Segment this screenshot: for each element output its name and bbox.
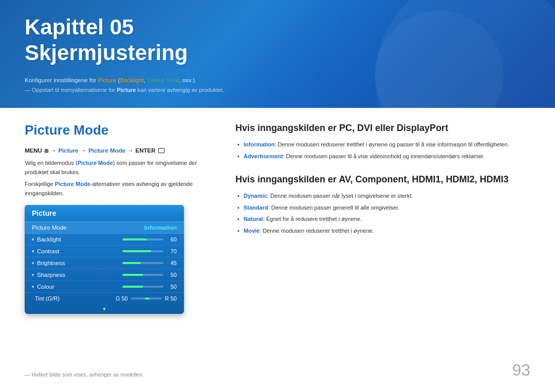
picture-menu-title: Picture	[32, 209, 56, 217]
term-standard: Standard	[244, 204, 268, 211]
backlight-row: Backlight 60	[25, 234, 184, 246]
right-column: Hvis inngangskilden er PC, DVI eller Dis…	[235, 122, 530, 314]
list-item: Natural: Egnet for å redusere tretthet i…	[236, 215, 530, 224]
contrast-label: Contrast	[32, 248, 59, 254]
brightness-label: Brightness	[32, 260, 65, 266]
brightness-value: 45	[168, 260, 177, 266]
description-1: Velg en bildemodus (Picture Mode) som pa…	[25, 159, 215, 177]
term-advertisement: Advertisement	[244, 153, 283, 159]
tint-row: Tint (G/R) G 50 R 50	[25, 293, 184, 304]
contrast-fill	[122, 250, 151, 252]
tint-bar	[131, 297, 162, 300]
brightness-bar	[122, 262, 163, 264]
term-dynamic-text: : Denne modusen passer når lyset i omgiv…	[267, 193, 413, 199]
backlight-fill	[122, 238, 147, 240]
contrast-value: 70	[168, 248, 177, 254]
menu-enter: ENTER	[136, 147, 156, 154]
sharpness-row: Sharpness 50	[25, 269, 184, 281]
chapter-number: Kapittel 05	[25, 15, 134, 39]
contrast-row: Contrast 70	[25, 246, 184, 257]
contrast-bar	[122, 250, 163, 252]
list-item: Information: Denne modusen reduserer tre…	[236, 140, 530, 150]
page-header: Kapittel 05 Skjermjustering Konfigurer i…	[0, 0, 555, 108]
backlight-value: 60	[168, 236, 177, 242]
menu-picture-mode: Picture Mode	[88, 147, 125, 154]
row-label: Picture Mode	[32, 225, 67, 231]
term-dynamic: Dynamic	[244, 193, 267, 199]
menu-icon: ⊞	[44, 148, 48, 154]
menu-keyword: MENU	[25, 147, 42, 154]
tint-r-value: R 50	[165, 295, 177, 302]
term-advert-text: : Denne modusen passer til å vise videoi…	[283, 153, 485, 159]
term-info-text: : Denne modusen reduserer tretthet i øyn…	[275, 141, 510, 147]
list-item: Dynamic: Denne modusen passer når lyset …	[236, 192, 530, 201]
section-title: Picture Mode	[25, 122, 215, 138]
footer-note: ― Hvilket bilde som vises, avhenger av m…	[25, 371, 144, 378]
main-content: Picture Mode MENU ⊞ → Picture → Picture …	[0, 108, 555, 328]
picture-menu: Picture Picture Mode Information Backlig…	[25, 205, 184, 314]
sharpness-value: 50	[168, 272, 177, 278]
term-natural: Natural	[244, 216, 263, 222]
subsection-title-2: Hvis inngangskilden er AV, Component, HD…	[235, 174, 530, 185]
header-subtitle: Konfigurer innstillingene for Picture (B…	[25, 76, 530, 85]
arrow: →	[50, 147, 57, 154]
page-number: 93	[512, 361, 530, 380]
backlight-label: Backlight	[32, 236, 61, 242]
term-information: Information	[244, 141, 275, 147]
colour-value: 50	[168, 284, 177, 290]
contrast-right: 70	[122, 248, 177, 254]
dot-icon	[32, 238, 34, 240]
tint-g-value: G 50	[116, 295, 128, 302]
backlight-right: 60	[122, 236, 177, 242]
term-standard-text: : Denne modusen passer generelt til alle…	[268, 204, 400, 211]
menu-picture: Picture	[58, 147, 78, 154]
dot-icon	[32, 286, 34, 288]
brightness-right: 45	[122, 260, 177, 266]
bullet-list-2: Dynamic: Denne modusen passer når lyset …	[235, 192, 530, 235]
tint-bar-fill	[145, 297, 150, 300]
description-2: Forskjellige Picture Mode-alternativer v…	[25, 180, 215, 198]
brightness-row: Brightness 45	[25, 257, 184, 269]
colour-row: Colour 50	[25, 281, 184, 293]
mode-value: Information	[144, 225, 177, 231]
backlight-bar	[122, 238, 163, 240]
colour-fill	[122, 286, 143, 288]
chapter-name: Skjermjustering	[25, 41, 188, 65]
sharpness-fill	[122, 274, 143, 276]
tint-right: G 50 R 50	[116, 295, 177, 302]
sharpness-bar	[122, 274, 163, 276]
term-movie-text: : Denne modusen reduserer tretthet i øyn…	[260, 228, 374, 234]
picture-mode-row: Picture Mode Information	[25, 222, 184, 234]
colour-right: 50	[122, 284, 177, 290]
brightness-fill	[122, 262, 141, 264]
header-note: ― Oppstart til menyalternativene for Pic…	[25, 87, 530, 93]
colour-label: Colour	[32, 284, 54, 290]
subsection-title-1: Hvis inngangskilden er PC, DVI eller Dis…	[235, 122, 530, 134]
menu-chevron: ▼	[25, 304, 184, 314]
tint-label: Tint (G/R)	[32, 295, 60, 302]
dot-icon	[32, 274, 34, 276]
dot-icon	[32, 250, 34, 252]
term-movie: Movie	[244, 228, 260, 234]
term-natural-text: : Egnet for å redusere tretthet i øynene…	[263, 216, 362, 222]
list-item: Movie: Denne modusen reduserer tretthet …	[236, 227, 530, 236]
list-item: Standard: Denne modusen passer generelt …	[236, 203, 530, 213]
colour-bar	[122, 286, 163, 288]
picture-menu-header: Picture	[25, 205, 184, 222]
sharpness-label: Sharpness	[32, 272, 65, 278]
dot-icon	[32, 262, 34, 264]
left-column: Picture Mode MENU ⊞ → Picture → Picture …	[25, 122, 215, 314]
enter-icon	[158, 148, 164, 153]
list-item: Advertisement: Denne modusen passer til …	[236, 152, 530, 161]
chapter-title: Kapittel 05 Skjermjustering	[25, 14, 530, 66]
sharpness-right: 50	[122, 272, 177, 278]
bullet-list-1: Information: Denne modusen reduserer tre…	[235, 140, 530, 161]
menu-instruction: MENU ⊞ → Picture → Picture Mode → ENTER	[25, 147, 215, 154]
